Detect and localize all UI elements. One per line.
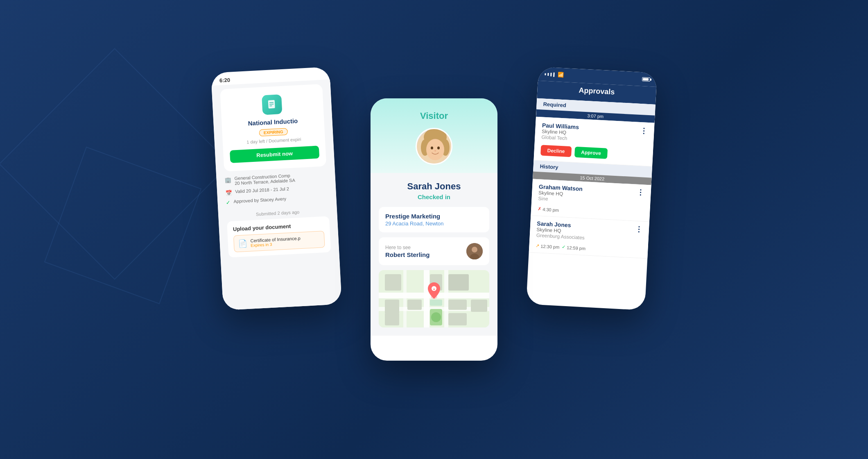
svg-point-9	[431, 147, 433, 150]
host-name: Robert Sterling	[385, 251, 429, 258]
location-company: Prestige Marketing	[385, 213, 483, 220]
approve-button[interactable]: Approve	[574, 147, 608, 159]
visitor-content: Sarah Jones Checked in Prestige Marketin…	[371, 173, 497, 336]
upload-section: Upload your document 📄 Certificate of In…	[227, 216, 331, 257]
approval-item-header: Paul Williams Skyline HQ Global Tech ⋮	[541, 122, 648, 148]
left-content: National Inductio EXPIRING 1 day left / …	[212, 80, 342, 310]
calendar-icon: 📅	[225, 190, 232, 196]
svg-point-32	[431, 312, 441, 322]
svg-rect-26	[407, 300, 422, 310]
svg-rect-24	[385, 300, 399, 314]
svg-rect-28	[448, 300, 467, 310]
phone-left: 6:20 National Inductio EXPIRING 1 day le…	[211, 67, 342, 310]
history-graham-header: Graham Watson Skyline HQ Sine ⋮	[538, 183, 644, 210]
expiry-text: 1 day left / Document expiri	[246, 137, 301, 145]
upload-file[interactable]: 📄 Certificate of Insurance.p Expires in …	[233, 231, 325, 252]
upload-title: Upload your document	[233, 221, 324, 232]
building-icon: 🏢	[224, 177, 231, 183]
location-address: 29 Acacia Road, Newton	[385, 220, 483, 227]
approved-text: Approved by Stacey Avery	[233, 196, 286, 204]
signal-bar-3	[550, 73, 552, 76]
induction-card: National Inductio EXPIRING 1 day left / …	[220, 84, 326, 172]
svg-line-1	[269, 102, 274, 103]
phones-container: 6:20 National Inductio EXPIRING 1 day le…	[250, 45, 618, 414]
svg-rect-30	[448, 313, 467, 325]
history-item-graham: Graham Watson Skyline HQ Sine ⋮ ✗ 4:30 p…	[531, 179, 651, 222]
signal-icons: 📶	[545, 71, 564, 78]
svg-point-13	[472, 247, 477, 252]
checkout-check-icon: ✓	[562, 244, 566, 250]
visitor-header-title: Visitor	[379, 111, 489, 121]
here-to-see-label: Here to see	[385, 245, 429, 250]
approvals-title: Approvals	[544, 84, 650, 98]
validity-row: 📅 Valid 20 Jul 2018 - 21 Jul 2	[225, 184, 328, 196]
checkin-arrow-icon: ↗	[536, 243, 540, 248]
svg-rect-23	[448, 274, 469, 291]
pdf-icon: 📄	[238, 239, 247, 248]
svg-line-2	[269, 104, 274, 105]
checked-in-text: Checked in	[379, 193, 489, 200]
svg-rect-20	[403, 270, 407, 327]
battery-icon	[642, 77, 650, 82]
host-card: Here to see Robert Sterling	[379, 237, 489, 265]
wifi-icon: 📶	[558, 72, 564, 78]
check-icon: ✓	[226, 200, 231, 206]
svg-rect-21	[385, 274, 401, 291]
location-card: Prestige Marketing 29 Acacia Road, Newto…	[379, 207, 489, 232]
more-options-button[interactable]: ⋮	[640, 127, 648, 135]
map-svg: ★	[379, 270, 489, 327]
declined-icon: ✗	[538, 206, 542, 211]
graham-time: ✗ 4:30 pm	[538, 206, 559, 213]
expiring-badge: EXPIRING	[259, 128, 288, 136]
svg-rect-27	[430, 300, 442, 306]
phone-center: Visitor	[371, 98, 497, 361]
approved-row: ✓ Approved by Stacey Avery	[226, 194, 328, 206]
svg-rect-17	[424, 270, 429, 327]
visitor-name: Sarah Jones	[379, 181, 489, 192]
sarah-more-options[interactable]: ⋮	[635, 225, 643, 233]
sarah-time-in: ↗ 12:30 pm	[536, 243, 559, 250]
visitor-avatar	[416, 128, 452, 165]
time-left: 6:20	[219, 77, 231, 84]
svg-rect-25	[385, 313, 399, 325]
induction-title: National Inductio	[248, 117, 298, 127]
visitor-header: Visitor	[371, 98, 497, 173]
svg-point-11	[434, 150, 436, 152]
sarah-time-out: ✓ 12:59 pm	[562, 244, 585, 251]
svg-rect-19	[444, 270, 448, 327]
resubmit-button[interactable]: Resubmit now	[230, 145, 319, 163]
battery-fill	[643, 78, 649, 81]
company-row: 🏢 General Construction Comp 20 North Ter…	[224, 171, 327, 186]
history-sarah-header: Sarah Jones Skyline HQ Greenburg Associa…	[536, 220, 642, 247]
induction-icon	[262, 94, 282, 115]
graham-more-options[interactable]: ⋮	[637, 189, 644, 196]
history-item-sarah: Sarah Jones Skyline HQ Greenburg Associa…	[529, 216, 649, 259]
validity-text: Valid 20 Jul 2018 - 21 Jul 2	[235, 186, 289, 194]
svg-text:★: ★	[433, 288, 435, 291]
battery-tip	[650, 79, 651, 81]
map-container: ★	[379, 270, 489, 327]
signal-bar-4	[553, 72, 555, 77]
signal-bar-1	[545, 73, 546, 75]
decline-button[interactable]: Decline	[540, 145, 572, 157]
signal-bar-2	[547, 73, 549, 75]
host-avatar	[466, 243, 483, 259]
svg-rect-29	[471, 300, 487, 312]
approvals-content: Required 3:07 pm Paul Williams Skyline H…	[529, 98, 656, 259]
svg-point-10	[437, 147, 440, 150]
approval-item-paul: Paul Williams Skyline HQ Global Tech ⋮ D…	[533, 117, 654, 167]
phone-right: 📶 Approvals Required 3:07 pm Paul Willia…	[526, 67, 657, 310]
svg-point-8	[426, 139, 444, 160]
